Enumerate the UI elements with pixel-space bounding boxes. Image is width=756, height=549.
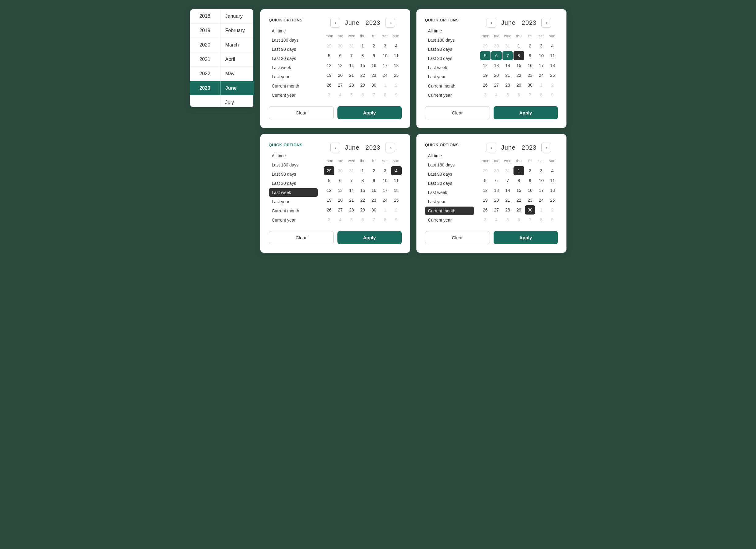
cal-day[interactable]: 13: [491, 61, 502, 70]
cal-day[interactable]: 9: [369, 51, 379, 60]
year-item-2023[interactable]: 2023: [190, 81, 220, 96]
quick-option-month-4[interactable]: Current month: [425, 207, 474, 215]
apply-button-3[interactable]: Apply: [337, 231, 402, 244]
quick-option-year-2[interactable]: Last year: [425, 73, 474, 81]
cal-day[interactable]: 15: [513, 61, 524, 70]
quick-option-curyear-1[interactable]: Current year: [269, 91, 318, 100]
cal-next-1[interactable]: ›: [385, 18, 395, 28]
cal-day[interactable]: 3: [536, 166, 547, 175]
cal-day[interactable]: 5: [324, 51, 335, 60]
cal-next-4[interactable]: ›: [541, 143, 551, 152]
cal-day[interactable]: 11: [391, 176, 402, 185]
cal-day[interactable]: 28: [502, 205, 513, 215]
quick-option-month-1[interactable]: Current month: [269, 82, 318, 90]
month-item-january[interactable]: January: [220, 9, 253, 24]
quick-option-30-4[interactable]: Last 30 days: [425, 179, 474, 188]
month-item-february[interactable]: February: [220, 24, 253, 38]
cal-day[interactable]: 7: [346, 51, 357, 60]
cal-day[interactable]: 13: [335, 61, 346, 70]
cal-day[interactable]: 28: [346, 205, 357, 215]
cal-day[interactable]: 22: [357, 196, 368, 205]
cal-prev-4[interactable]: ‹: [487, 143, 496, 152]
cal-day[interactable]: 27: [491, 81, 502, 90]
cal-day[interactable]: 25: [547, 196, 558, 205]
year-item-2022[interactable]: 2022: [190, 67, 220, 81]
cal-day[interactable]: 7: [502, 176, 513, 185]
cal-day[interactable]: 13: [335, 186, 346, 195]
cal-day[interactable]: 23: [525, 196, 536, 205]
cal-day[interactable]: 8: [513, 176, 524, 185]
cal-day[interactable]: 20: [335, 71, 346, 80]
quick-option-180-1[interactable]: Last 180 days: [269, 36, 318, 44]
quick-option-curyear-3[interactable]: Current year: [269, 216, 318, 224]
cal-day[interactable]: 10: [380, 176, 390, 185]
clear-button-3[interactable]: Clear: [269, 231, 334, 244]
cal-day[interactable]: 5: [480, 176, 491, 185]
cal-day[interactable]: 4: [391, 41, 402, 51]
cal-day[interactable]: 21: [502, 196, 513, 205]
cal-day[interactable]: 19: [480, 196, 491, 205]
quick-option-year-1[interactable]: Last year: [269, 73, 318, 81]
cal-day[interactable]: 9: [525, 51, 536, 60]
cal-day[interactable]: 27: [335, 205, 346, 215]
cal-day[interactable]: 21: [346, 196, 357, 205]
cal-day[interactable]: 30: [369, 81, 379, 90]
cal-day[interactable]: 23: [369, 196, 379, 205]
cal-day[interactable]: 18: [547, 61, 558, 70]
cal-day[interactable]: 6: [491, 51, 502, 60]
cal-day[interactable]: 14: [346, 186, 357, 195]
cal-day[interactable]: 15: [513, 186, 524, 195]
quick-option-180-2[interactable]: Last 180 days: [425, 36, 474, 44]
apply-button-4[interactable]: Apply: [494, 231, 558, 244]
cal-day[interactable]: 22: [357, 71, 368, 80]
quick-option-all-time-1[interactable]: All time: [269, 27, 318, 35]
cal-day[interactable]: 10: [536, 176, 547, 185]
quick-option-180-4[interactable]: Last 180 days: [425, 161, 474, 169]
cal-day[interactable]: 11: [547, 176, 558, 185]
cal-day[interactable]: 14: [502, 186, 513, 195]
quick-option-week-1[interactable]: Last week: [269, 63, 318, 72]
cal-day[interactable]: 7: [346, 176, 357, 185]
cal-day[interactable]: 17: [380, 186, 390, 195]
quick-option-all-time-4[interactable]: All time: [425, 152, 474, 160]
cal-day[interactable]: 28: [502, 81, 513, 90]
cal-day[interactable]: 10: [380, 51, 390, 60]
month-item-may[interactable]: May: [220, 67, 253, 81]
quick-option-week-3[interactable]: Last week: [269, 188, 318, 197]
month-item-july[interactable]: July: [220, 96, 253, 107]
clear-button-1[interactable]: Clear: [269, 106, 334, 119]
cal-day[interactable]: 9: [369, 176, 379, 185]
quick-option-curyear-2[interactable]: Current year: [425, 91, 474, 100]
cal-day[interactable]: 8: [357, 51, 368, 60]
cal-day[interactable]: 10: [536, 51, 547, 60]
cal-day[interactable]: 22: [513, 196, 524, 205]
cal-day[interactable]: 27: [491, 205, 502, 215]
cal-day[interactable]: 16: [369, 61, 379, 70]
cal-day[interactable]: 11: [547, 51, 558, 60]
cal-day[interactable]: 13: [491, 186, 502, 195]
cal-day[interactable]: 8: [357, 176, 368, 185]
cal-day[interactable]: 1: [357, 41, 368, 51]
cal-day[interactable]: 14: [346, 61, 357, 70]
cal-day[interactable]: 22: [513, 71, 524, 80]
cal-day[interactable]: 24: [380, 196, 390, 205]
cal-day[interactable]: 3: [380, 166, 390, 175]
cal-day[interactable]: 27: [335, 81, 346, 90]
cal-day[interactable]: 5: [324, 176, 335, 185]
cal-day[interactable]: 16: [525, 61, 536, 70]
cal-day[interactable]: 2: [525, 166, 536, 175]
cal-day[interactable]: 26: [480, 205, 491, 215]
month-item-june[interactable]: June: [220, 81, 253, 96]
cal-day[interactable]: 26: [324, 81, 335, 90]
year-item-2020[interactable]: 2020: [190, 38, 220, 52]
quick-option-90-4[interactable]: Last 90 days: [425, 170, 474, 179]
year-item-2019[interactable]: 2019: [190, 24, 220, 38]
cal-day[interactable]: 12: [324, 61, 335, 70]
cal-day[interactable]: 20: [491, 71, 502, 80]
cal-day[interactable]: 17: [536, 186, 547, 195]
cal-day[interactable]: 2: [369, 166, 379, 175]
cal-day[interactable]: 16: [369, 186, 379, 195]
quick-option-all-time-3[interactable]: All time: [269, 152, 318, 160]
quick-option-180-3[interactable]: Last 180 days: [269, 161, 318, 169]
cal-day[interactable]: 30: [369, 205, 379, 215]
